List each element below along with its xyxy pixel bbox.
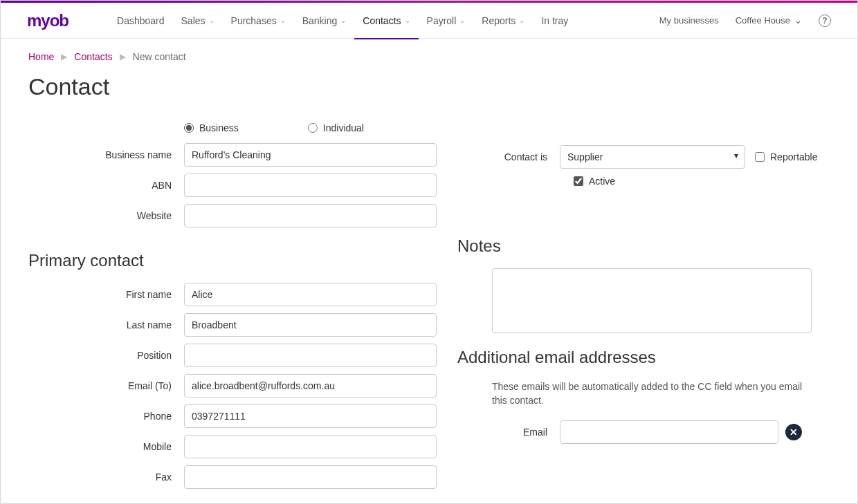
label-first-name: First name [28, 289, 184, 300]
label-contact-is: Contact is [457, 151, 560, 162]
right-nav: My businesses Coffee House ⌄ ? [659, 15, 831, 27]
nav-contacts[interactable]: Contacts ⌄ [354, 3, 418, 39]
chevron-down-icon: ⌄ [519, 17, 524, 24]
breadcrumb-contacts[interactable]: Contacts [74, 51, 112, 62]
mobile-input[interactable] [184, 435, 437, 458]
breadcrumb: Home ▶ Contacts ▶ New contact [28, 51, 830, 62]
email-to-input[interactable] [184, 374, 437, 398]
first-name-input[interactable] [184, 283, 437, 306]
label-fax: Fax [28, 472, 184, 483]
company-switcher[interactable]: Coffee House ⌄ [736, 15, 802, 26]
section-additional-emails: Additional email addresses [457, 348, 830, 367]
nav-intray[interactable]: In tray [533, 3, 576, 39]
additional-email-input[interactable] [560, 420, 778, 444]
additional-emails-hint: These emails will be automatically added… [492, 380, 810, 408]
label-additional-email: Email [457, 427, 560, 438]
help-icon[interactable]: ? [819, 15, 831, 27]
contact-is-select[interactable]: Supplier [560, 145, 745, 169]
page-title: Contact [28, 73, 830, 100]
phone-input[interactable] [184, 404, 437, 428]
label-website: Website [28, 210, 184, 221]
main-nav: Dashboard Sales ⌄ Purchases ⌄ Banking ⌄ … [109, 3, 576, 39]
nav-payroll[interactable]: Payroll ⌄ [419, 3, 474, 39]
active-checkbox[interactable] [574, 176, 583, 186]
topbar: myob Dashboard Sales ⌄ Purchases ⌄ Banki… [1, 3, 857, 39]
label-abn: ABN [28, 180, 184, 191]
radio-business[interactable]: Business [184, 122, 239, 133]
chevron-right-icon: ▶ [61, 52, 67, 62]
label-reportable: Reportable [770, 151, 818, 162]
fax-input[interactable] [184, 465, 437, 489]
last-name-input[interactable] [184, 313, 437, 337]
website-input[interactable] [184, 204, 437, 227]
label-business-name: Business name [28, 149, 184, 160]
chevron-down-icon: ⌄ [340, 17, 346, 24]
radio-individual[interactable]: Individual [308, 122, 364, 133]
brand-text: myob [27, 11, 69, 30]
nav-reports[interactable]: Reports ⌄ [473, 3, 533, 39]
label-mobile: Mobile [28, 441, 184, 452]
chevron-down-icon: ⌄ [794, 15, 802, 26]
chevron-down-icon: ⌄ [209, 17, 214, 24]
reportable-checkbox[interactable] [755, 152, 765, 162]
section-primary-contact: Primary contact [28, 251, 444, 270]
my-businesses-link[interactable]: My businesses [659, 15, 719, 26]
remove-email-button[interactable]: ✕ [785, 424, 802, 440]
nav-banking[interactable]: Banking ⌄ [294, 3, 355, 39]
nav-dashboard[interactable]: Dashboard [109, 3, 173, 39]
chevron-down-icon: ⌄ [405, 17, 410, 24]
label-email-to: Email (To) [28, 380, 184, 391]
label-last-name: Last name [28, 319, 184, 330]
business-name-input[interactable] [184, 143, 437, 167]
breadcrumb-current: New contact [133, 51, 186, 62]
chevron-down-icon: ⌄ [459, 17, 465, 24]
label-active: Active [589, 176, 615, 187]
label-position: Position [28, 350, 184, 361]
notes-textarea[interactable] [492, 268, 812, 333]
close-icon: ✕ [789, 427, 798, 438]
chevron-right-icon: ▶ [120, 52, 126, 62]
section-notes: Notes [457, 236, 830, 256]
brand-logo[interactable]: myob [27, 11, 69, 30]
abn-input[interactable] [184, 174, 437, 197]
breadcrumb-home[interactable]: Home [28, 51, 54, 62]
nav-sales[interactable]: Sales ⌄ [173, 3, 223, 39]
position-input[interactable] [184, 344, 437, 367]
label-phone: Phone [28, 411, 184, 422]
nav-purchases[interactable]: Purchases ⌄ [223, 3, 294, 39]
chevron-down-icon: ⌄ [280, 17, 286, 24]
